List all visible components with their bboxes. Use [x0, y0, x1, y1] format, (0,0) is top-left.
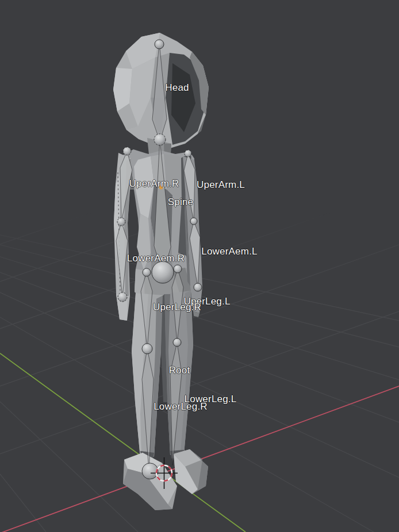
- joint-hip-l[interactable]: [143, 268, 151, 276]
- joint-root-hips[interactable]: [152, 261, 174, 283]
- scene-canvas: [0, 0, 399, 532]
- joint-wrist-r[interactable]: [194, 283, 202, 291]
- viewport-3d[interactable]: Head UperArm.R UperArm.L Spine LowerAem.…: [0, 0, 399, 532]
- joint-elbow-l[interactable]: [117, 218, 125, 226]
- selected-point-indicator: [159, 186, 163, 190]
- joint-knee-l[interactable]: [142, 344, 152, 354]
- joint-neck[interactable]: [154, 134, 166, 145]
- joint-knee-r[interactable]: [173, 338, 181, 346]
- joint-hip-r[interactable]: [174, 265, 182, 273]
- joint-shoulder-l[interactable]: [123, 147, 131, 155]
- joint-wrist-l[interactable]: [118, 292, 127, 302]
- joint-ankle-l[interactable]: [142, 463, 158, 479]
- joint-elbow-r[interactable]: [190, 218, 197, 225]
- joint-head-top[interactable]: [155, 40, 164, 49]
- joint-shoulder-r[interactable]: [185, 150, 191, 157]
